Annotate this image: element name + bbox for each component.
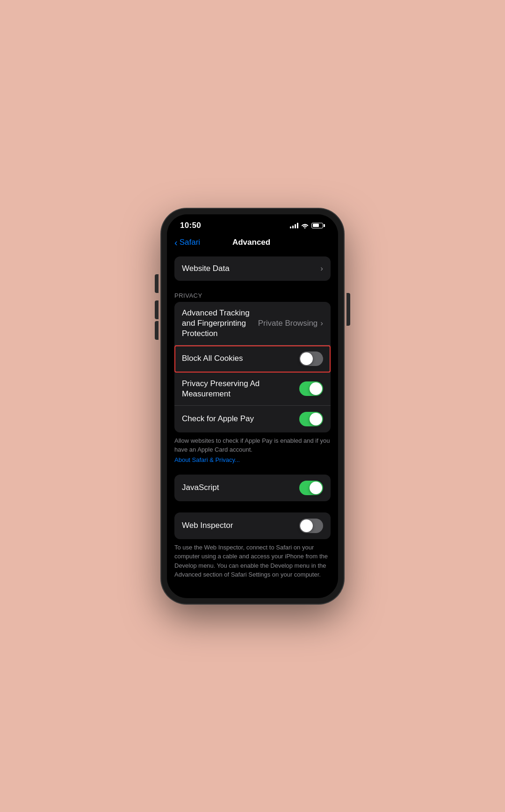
privacy-section-label: Privacy (167, 292, 338, 302)
tracking-label: Advanced Trackingand FingerprintingProte… (182, 308, 258, 339)
wifi-icon (301, 223, 309, 228)
back-chevron-icon: ‹ (174, 238, 178, 247)
web-inspector-toggle[interactable] (299, 519, 323, 533)
battery-icon (311, 223, 325, 228)
nav-bar: ‹ Safari Advanced (167, 234, 338, 253)
privacy-section: Privacy Advanced Trackingand Fingerprint… (167, 292, 338, 463)
block-cookies-toggle[interactable] (299, 351, 323, 366)
web-inspector-group: Web Inspector (174, 512, 331, 539)
ad-measurement-toggle[interactable] (299, 381, 323, 396)
back-button[interactable]: ‹ Safari (174, 238, 200, 247)
apple-pay-toggle-knob (310, 413, 322, 425)
website-data-right: › (320, 264, 323, 273)
apple-pay-label: Check for Apple Pay (182, 414, 299, 424)
website-data-chevron-icon: › (320, 264, 323, 273)
website-data-section: Website Data › (167, 256, 338, 281)
javascript-toggle-knob (310, 482, 322, 494)
block-cookies-toggle-knob (300, 352, 313, 365)
website-data-label: Website Data (182, 264, 320, 273)
status-bar: 10:50 (167, 214, 338, 234)
back-label: Safari (180, 238, 200, 247)
tracking-row[interactable]: Advanced Trackingand FingerprintingProte… (174, 302, 331, 345)
status-icons (290, 223, 325, 228)
settings-content: Website Data › Privacy Advanced Tracking… (167, 253, 338, 598)
web-inspector-row[interactable]: Web Inspector (174, 512, 331, 539)
phone-frame: 10:50 (161, 209, 344, 604)
web-inspector-label: Web Inspector (182, 521, 299, 530)
safari-privacy-link[interactable]: About Safari & Privacy... (167, 456, 338, 463)
tracking-value: Private Browsing (258, 319, 318, 328)
web-inspector-toggle-knob (300, 519, 313, 532)
page-title: Advanced (200, 238, 303, 247)
javascript-toggle[interactable] (299, 481, 323, 495)
ad-measurement-label: Privacy Preserving AdMeasurement (182, 379, 299, 399)
status-time: 10:50 (180, 221, 201, 230)
phone-screen: 10:50 (167, 214, 338, 598)
javascript-row[interactable]: JavaScript (174, 475, 331, 501)
ad-measurement-row[interactable]: Privacy Preserving AdMeasurement (174, 373, 331, 406)
apple-pay-toggle[interactable] (299, 412, 323, 426)
signal-icon (290, 223, 298, 228)
block-cookies-label: Block All Cookies (182, 354, 299, 363)
ad-measurement-toggle-knob (310, 382, 322, 395)
apple-pay-row[interactable]: Check for Apple Pay (174, 406, 331, 432)
web-inspector-footer: To use the Web Inspector, connect to Saf… (167, 539, 338, 581)
web-inspector-section: Web Inspector To use the Web Inspector, … (167, 512, 338, 581)
tracking-right: Private Browsing › (258, 319, 323, 328)
website-data-row[interactable]: Website Data › (174, 256, 331, 281)
privacy-group: Advanced Trackingand FingerprintingProte… (174, 302, 331, 432)
tracking-chevron-icon: › (320, 319, 323, 328)
website-data-group: Website Data › (174, 256, 331, 281)
javascript-group: JavaScript (174, 475, 331, 501)
javascript-section: JavaScript (167, 475, 338, 501)
block-cookies-row[interactable]: Block All Cookies (174, 345, 331, 373)
apple-pay-footer: Allow websites to check if Apple Pay is … (167, 432, 338, 456)
javascript-label: JavaScript (182, 483, 299, 492)
